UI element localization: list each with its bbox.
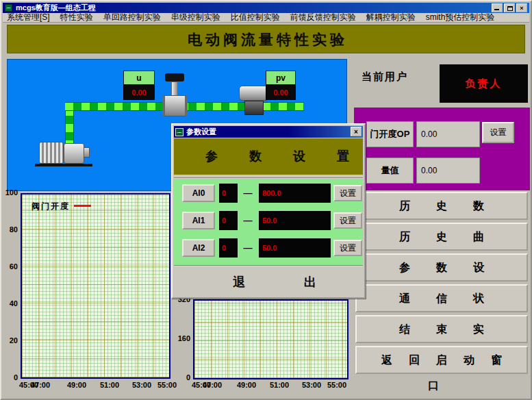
dialog-titlebar[interactable]: 参数设置 <box>174 126 363 138</box>
valve-opening-op-label: 门开度OP <box>366 121 414 147</box>
ai2-low-value: 0 <box>219 238 238 258</box>
op-set-button[interactable]: 设置 <box>482 122 514 143</box>
flow-trend-chart <box>193 299 349 379</box>
menu-item-decoupling[interactable]: 解耦控制实验 <box>366 13 416 22</box>
ai0-high-value: 800.0 <box>259 184 331 203</box>
chart2-xtick: 49:00 <box>234 381 259 389</box>
chart1-ytick: 60 <box>1 262 18 271</box>
ai2-set-button[interactable]: 设置 <box>333 240 362 256</box>
current-user-label: 当前用户 <box>362 71 408 84</box>
chart1-ytick: 20 <box>1 336 18 345</box>
chart2-ytick: 160 <box>174 334 190 342</box>
minimize-button[interactable] <box>492 3 503 12</box>
pump-outlet <box>84 147 90 158</box>
menu-item-characteristic-exp[interactable]: 特性实验 <box>60 13 93 22</box>
flow-value-label: 量值 <box>366 158 414 184</box>
chart1-xtick: 51:00 <box>97 381 122 389</box>
dialog-close-button[interactable]: × <box>351 127 362 136</box>
window-titlebar: mcgs教育版—组态工程 × <box>3 3 529 13</box>
restore-button[interactable] <box>504 3 515 12</box>
u-meter-value: 0.00 <box>123 85 155 100</box>
menu-item-smith[interactable]: smith预估控制实验 <box>426 13 495 22</box>
pv-meter-label: pv <box>266 71 296 85</box>
menu-item-feedforward[interactable]: 前馈反馈控制实验 <box>290 13 356 22</box>
chart1-legend-label: 阀门开度 <box>31 201 70 212</box>
chart1-xtick: 47:00 <box>28 381 53 389</box>
application-window: mcgs教育版—组态工程 × 系统管理[S] 特性实验 单回路控制实验 串级控制… <box>0 0 532 400</box>
history-curve-button[interactable]: 历史曲线 <box>355 223 528 251</box>
parameter-settings-dialog: 参数设置 × 参数设置 AI0 0 — 800.0 设置 AI1 0 — 50.… <box>171 123 366 299</box>
flow-value-display: 0.00 <box>416 158 480 184</box>
page-title: 电动阀流量特性实验 <box>7 25 525 53</box>
chart1-legend-line <box>74 205 91 207</box>
chart1-xtick: 55:00 <box>155 381 179 389</box>
menu-item-single-loop[interactable]: 单回路控制实验 <box>103 13 161 22</box>
mcgs-app-icon <box>5 4 12 12</box>
chart1-xtick: 53:00 <box>129 381 154 389</box>
chart2-xtick: 51:00 <box>267 381 292 389</box>
end-experiment-button[interactable]: 结束实验 <box>355 315 528 343</box>
ai2-label: AI2 <box>182 239 215 257</box>
return-start-window-button[interactable]: 返回启动窗口 <box>355 346 528 374</box>
parameter-setting-button[interactable]: 参数设置 <box>355 253 528 282</box>
pump-motor-icon <box>39 142 64 164</box>
u-meter-label: u <box>123 71 155 85</box>
ai1-low-value: 0 <box>219 211 238 230</box>
ai1-label: AI1 <box>182 212 215 229</box>
ai0-set-button[interactable]: 设置 <box>333 185 362 201</box>
chart1-ytick: 80 <box>1 225 18 234</box>
ai2-range-dash: — <box>240 239 256 257</box>
comm-status-button[interactable]: 通信状态 <box>355 284 528 312</box>
chart1-ytick: 100 <box>1 188 18 197</box>
chart2-xtick: 53:00 <box>299 381 324 389</box>
control-valve-actuator-icon <box>165 73 184 82</box>
chart2-ytick: 0 <box>174 373 190 382</box>
close-button[interactable]: × <box>516 3 527 12</box>
pump-body-icon <box>64 143 84 164</box>
valve-opening-op-input[interactable]: 0.00 <box>416 121 480 147</box>
ai0-range-dash: — <box>240 184 256 202</box>
menu-item-cascade[interactable]: 串级控制实验 <box>171 13 220 22</box>
chart2-xtick: 55:00 <box>325 381 349 389</box>
menu-item-system-manage[interactable]: 系统管理[S] <box>7 13 50 22</box>
current-user-value: 负责人 <box>440 64 528 103</box>
chart2-xtick: 47:00 <box>200 381 225 389</box>
ai0-label: AI0 <box>182 184 215 202</box>
chart1-ytick: 40 <box>1 299 18 308</box>
flow-transmitter-base <box>244 101 264 115</box>
control-valve-body-icon <box>162 95 188 116</box>
ai0-low-value: 0 <box>219 184 238 203</box>
ai1-range-dash: — <box>240 212 256 229</box>
dialog-exit-button[interactable]: 退出 <box>174 268 363 297</box>
pv-meter-value: 0.00 <box>266 85 296 100</box>
dialog-header: 参数设置 <box>174 138 363 175</box>
dialog-title: 参数设置 <box>186 127 216 137</box>
chart1-ytick: 0 <box>1 373 18 382</box>
menu-item-ratio[interactable]: 比值控制实验 <box>231 13 280 22</box>
dialog-body: AI0 0 — 800.0 设置 AI1 0 — 50.0 设置 AI2 0 —… <box>174 177 363 266</box>
pump-base <box>35 164 92 166</box>
flow-transmitter-icon <box>239 86 269 101</box>
valve-opening-trend-chart: 阀门开度 <box>21 193 170 379</box>
ai2-high-value: 50.0 <box>259 238 331 258</box>
menu-bar: 系统管理[S] 特性实验 单回路控制实验 串级控制实验 比值控制实验 前馈反馈控… <box>3 13 529 23</box>
ai1-set-button[interactable]: 设置 <box>333 212 362 229</box>
window-title: mcgs教育版—组态工程 <box>16 3 96 13</box>
ai1-high-value: 50.0 <box>259 211 331 230</box>
history-data-button[interactable]: 历史数据 <box>355 192 528 220</box>
chart1-xtick: 49:00 <box>64 381 89 389</box>
dialog-mcgs-icon <box>175 128 183 136</box>
